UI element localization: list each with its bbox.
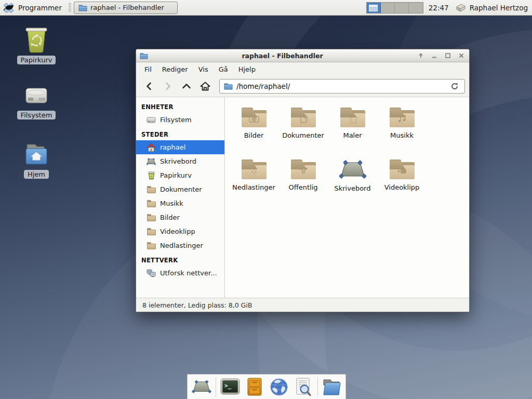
applications-menu-label: Programmer [18, 4, 62, 12]
blue-folder-icon [322, 378, 342, 396]
up-icon [181, 82, 192, 91]
workspace-4[interactable] [409, 3, 423, 13]
sidebar-item-downloads[interactable]: Nedlastinger [136, 238, 224, 252]
workspace-1-active[interactable] [367, 3, 381, 13]
network-icon [147, 269, 156, 277]
sidebar-item-documents[interactable]: Dokumenter [136, 182, 224, 196]
file-label: Nedlastinger [232, 183, 275, 191]
forward-button[interactable] [159, 78, 177, 94]
sidebar-item-music[interactable]: Musikk [136, 196, 224, 210]
sidebar-item-desktop[interactable]: Skrivebord [136, 154, 224, 168]
workspace-window-thumbnail [369, 5, 378, 11]
user-name-label: Raphael Hertzog [470, 4, 528, 12]
sidebar-item-filesystem[interactable]: Filsystem [136, 113, 224, 127]
desktop-icon-home[interactable]: Hjem [12, 141, 60, 179]
globe-icon [270, 378, 288, 396]
template-emblem [347, 113, 359, 124]
file-item-pictures[interactable]: Bilder [230, 104, 278, 156]
desktop-icon-label: Filsystem [17, 111, 56, 119]
desktop-icon-trash[interactable]: Papirkurv [12, 26, 60, 64]
trash-icon [22, 26, 50, 53]
shade-button[interactable] [417, 51, 425, 60]
video-emblem [396, 165, 408, 176]
download-emblem [248, 165, 260, 176]
location-bar[interactable]: /home/raphael/ [219, 79, 465, 94]
sidebar-item-label: Dokumenter [160, 185, 202, 193]
desktop-icon-label: Papirkurv [17, 56, 56, 64]
window-folder-icon [140, 52, 148, 59]
window-title: raphael - Filbehandler [151, 52, 414, 60]
desktop-icon-filesystem[interactable]: Filsystem [12, 83, 60, 119]
back-button[interactable] [140, 78, 158, 94]
folder-documents-icon [289, 105, 317, 128]
file-label: Dokumenter [282, 131, 324, 139]
sidebar: ENHETER Filsystem STEDER raphael Skriveb… [136, 97, 225, 298]
search-launcher[interactable] [293, 377, 314, 397]
close-button[interactable] [457, 51, 466, 60]
menu-go[interactable]: Gå [214, 64, 233, 75]
terminal-launcher[interactable]: >_ [220, 377, 241, 397]
folder-icon [147, 199, 156, 208]
show-desktop-button[interactable] [191, 377, 212, 397]
folder-public-icon [289, 157, 317, 180]
dock-panel: >_ [187, 374, 346, 399]
file-item-templates[interactable]: Maler [328, 104, 377, 156]
sidebar-item-videos[interactable]: Videoklipp [136, 224, 224, 238]
sidebar-item-pictures[interactable]: Bilder [136, 210, 224, 224]
minimize-button[interactable] [430, 51, 438, 60]
file-item-videos[interactable]: Videoklipp [378, 156, 426, 208]
sidebar-item-label: Skrivebord [160, 157, 196, 165]
workspace-2[interactable] [381, 3, 395, 13]
file-cabinet-launcher[interactable] [244, 377, 265, 397]
home-button[interactable] [196, 78, 214, 94]
reload-button[interactable] [449, 81, 460, 92]
sidebar-item-trash[interactable]: Papirkurv [136, 168, 224, 182]
menu-view[interactable]: Vis [193, 64, 214, 75]
folder-downloads-icon [240, 157, 268, 180]
harddrive-icon [23, 83, 50, 108]
eraser-icon [454, 2, 467, 14]
up-button[interactable] [178, 78, 195, 94]
sidebar-item-raphael[interactable]: raphael [136, 140, 224, 154]
sidebar-item-browse-network[interactable]: Utforsk nettver... [136, 266, 224, 280]
sidebar-item-label: Videoklipp [160, 228, 195, 235]
desktop-folder-icon [338, 158, 367, 181]
workspace-pager [366, 2, 423, 14]
applications-menu-button[interactable]: Programmer [0, 0, 67, 15]
folder-videos-icon [388, 157, 416, 180]
sidebar-header-devices: ENHETER [136, 99, 224, 113]
folder-icon [147, 227, 156, 236]
file-manager-launcher[interactable] [322, 377, 342, 397]
location-folder-icon [224, 83, 233, 90]
file-item-desktop[interactable]: Skrivebord [328, 156, 377, 208]
workspace-3[interactable] [395, 3, 409, 13]
file-item-public[interactable]: Offentlig [279, 156, 327, 208]
music-emblem [396, 113, 408, 124]
menu-edit[interactable]: Rediger [157, 64, 193, 75]
menu-help[interactable]: Hjelp [233, 64, 261, 75]
location-path[interactable]: /home/raphael/ [236, 82, 445, 90]
dock-separator [317, 377, 318, 397]
file-item-downloads[interactable]: Nedlastinger [230, 156, 278, 208]
file-item-music[interactable]: Musikk [378, 104, 426, 156]
file-label: Bilder [244, 131, 264, 139]
home-icon [200, 81, 211, 91]
file-item-documents[interactable]: Dokumenter [279, 104, 327, 156]
folder-templates-icon [339, 105, 367, 128]
sidebar-header-places: STEDER [136, 127, 224, 140]
maximize-button[interactable] [444, 51, 452, 60]
web-browser-launcher[interactable] [269, 377, 289, 397]
sidebar-item-label: Musikk [160, 200, 183, 207]
desktop-icon [147, 157, 156, 166]
window-content: ENHETER Filsystem STEDER raphael Skriveb… [136, 97, 469, 298]
window-titlebar[interactable]: raphael - Filbehandler [136, 49, 469, 62]
user-session-menu[interactable]: Raphael Hertzog [454, 2, 532, 14]
statusbar-text: 8 ielementer, Ledig plass: 8,0 GiB [142, 301, 252, 309]
documents-emblem [297, 113, 310, 124]
taskbar-window-button[interactable]: raphael - Filbehandler [74, 2, 178, 14]
search-document-icon [295, 378, 312, 396]
xfce-logo-icon [3, 2, 15, 14]
folder-icon [147, 185, 156, 194]
sidebar-item-label: Utforsk nettver... [160, 269, 217, 277]
menu-file[interactable]: Fil [139, 64, 157, 75]
